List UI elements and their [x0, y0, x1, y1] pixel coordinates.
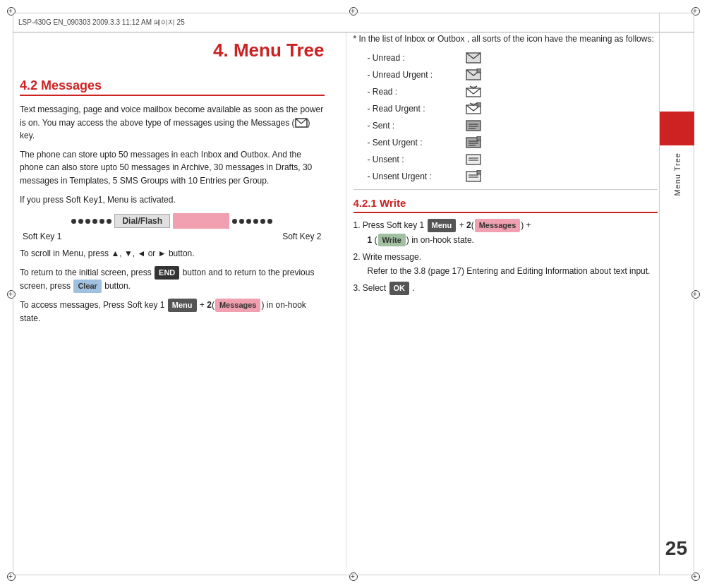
step-1-number: 1. [354, 220, 363, 230]
icon-sent-urgent [465, 136, 482, 150]
dot-r2 [239, 219, 244, 224]
header-bar: LSP-430G EN_090303 2009.3.3 11:12 AM 페이지… [13, 13, 694, 32]
return-text: To return to the initial screen, press E… [20, 266, 325, 293]
icon-label-read: - Read : [368, 87, 459, 97]
dial-flash-container: Dial/Flash [20, 213, 325, 229]
menu-badge-step1: Menu [428, 219, 457, 232]
step-1-sub-end: ) in on-hook state. [406, 235, 474, 245]
divider [354, 189, 658, 190]
icon-row-sent-urgent: - Sent Urgent : [368, 136, 658, 150]
right-sidebar: Menu Tree [659, 13, 694, 575]
step-1: 1. Press Soft key 1 Menu + 2(Messages) +… [354, 219, 658, 246]
icon-label-read-urgent: - Read Urgent : [368, 104, 459, 114]
pink-bar [173, 213, 229, 229]
icon-label-sent: - Sent : [368, 121, 459, 131]
scroll-text: To scroll in Menu, press ▲, ▼, ◄ or ► bu… [20, 247, 325, 260]
icon-read [465, 85, 482, 99]
dot-r4 [253, 219, 258, 224]
dot-1 [71, 219, 76, 224]
page-number: 25 [665, 537, 687, 560]
icon-row-unread-urgent: - Unread Urgent : [368, 68, 658, 82]
icon-sent [465, 119, 482, 133]
press-soft-key-text: Press Soft key 1 [363, 220, 427, 230]
ok-badge: OK [389, 282, 410, 295]
icon-unread-urgent [465, 68, 482, 82]
step-1-sub-text: 1 ( [368, 235, 377, 245]
step-3-period: . [410, 283, 415, 293]
intro-paragraph: Text messaging, page and voice mailbox b… [20, 103, 325, 143]
access-text: To access messages, Press Soft key 1 Men… [20, 299, 325, 325]
step-3-number: 3. Select [354, 283, 389, 293]
messages-badge-step1: Messages [475, 219, 521, 232]
softkey2-label: Soft Key 2 [282, 232, 321, 241]
step-2: 2. Write message. Refer to the 3.8 (page… [354, 251, 658, 277]
svg-rect-3 [477, 68, 481, 73]
dot-3 [85, 219, 90, 224]
sidebar-red-bar [660, 112, 694, 145]
icon-read-urgent [465, 102, 482, 116]
header-text: LSP-430G EN_090303 2009.3.3 11:12 AM 페이지… [18, 18, 185, 28]
icon-row-unsent: - Unsent : [368, 152, 658, 167]
page-title: 4. Menu Tree [20, 40, 332, 61]
dot-4 [92, 219, 97, 224]
dial-flash-btn: Dial/Flash [114, 214, 170, 228]
icon-row-unsent-urgent: - Unsent Urgent : [368, 169, 658, 184]
icon-label-sent-urgent: - Sent Urgent : [368, 138, 459, 148]
softkey-labels: Soft Key 1 Soft Key 2 [20, 232, 325, 241]
icon-row-unread: - Unread : [368, 51, 658, 65]
icon-label-unread-urgent: - Unread Urgent : [368, 70, 459, 80]
main-content: 4. Menu Tree 4.2 Messages Text messaging… [20, 32, 658, 568]
dot-r6 [267, 219, 272, 224]
section-421-title: 4.2.1 Write [354, 197, 658, 213]
step-2-number: 2. Write message. [354, 252, 421, 262]
icon-unsent-urgent [465, 169, 482, 184]
icon-row-read: - Read : [368, 85, 658, 99]
dot-r5 [260, 219, 265, 224]
dot-5 [99, 219, 104, 224]
icon-label-unsent: - Unsent : [368, 155, 459, 164]
storage-paragraph: The phone can store upto 50 messages in … [20, 148, 325, 188]
softkey-instruction: If you press Soft Key1, Menu is activate… [20, 193, 325, 207]
right-column: * In the list of Inbox or Outbox , all s… [346, 32, 658, 568]
dots-left [71, 219, 111, 224]
step-1-sub: 1 (Write) in on-hook state. [368, 234, 658, 247]
write-badge: Write [378, 234, 406, 247]
dot-r1 [232, 219, 237, 224]
step-2-sub: Refer to the 3.8 (page 17) Entering and … [368, 265, 658, 277]
inbox-note: * In the list of Inbox or Outbox , all s… [354, 32, 658, 45]
icon-table: - Unread : - Unread Urgent : - Read : - … [368, 51, 658, 184]
svg-rect-7 [466, 121, 481, 131]
icon-row-read-urgent: - Read Urgent : [368, 102, 658, 116]
dot-6 [107, 219, 111, 224]
icon-label-unread: - Unread : [368, 53, 459, 63]
icon-unsent [465, 152, 482, 167]
dot-r3 [246, 219, 251, 224]
icon-row-sent: - Sent : [368, 119, 658, 133]
dot-2 [78, 219, 83, 224]
svg-rect-16 [466, 155, 481, 164]
menu-badge-left: Menu [168, 299, 197, 312]
svg-rect-22 [477, 170, 481, 174]
icon-label-unsent-urgent: - Unsent Urgent : [368, 172, 459, 181]
plus-text: + 2( [459, 220, 474, 230]
icon-unread [465, 51, 482, 65]
messages-badge-left: Messages [215, 299, 261, 312]
end-badge: END [155, 266, 179, 280]
section-42-title: 4.2 Messages [20, 78, 325, 96]
sidebar-label: Menu Tree [673, 152, 682, 196]
left-column: 4. Menu Tree 4.2 Messages Text messaging… [20, 32, 332, 568]
softkey1-label: Soft Key 1 [23, 232, 61, 241]
clear-badge: Clear [73, 280, 102, 293]
svg-rect-6 [477, 102, 481, 107]
close-paren: ) + [521, 220, 531, 230]
dots-right [232, 219, 272, 224]
step-3: 3. Select OK . [354, 282, 658, 295]
svg-rect-15 [477, 136, 481, 140]
